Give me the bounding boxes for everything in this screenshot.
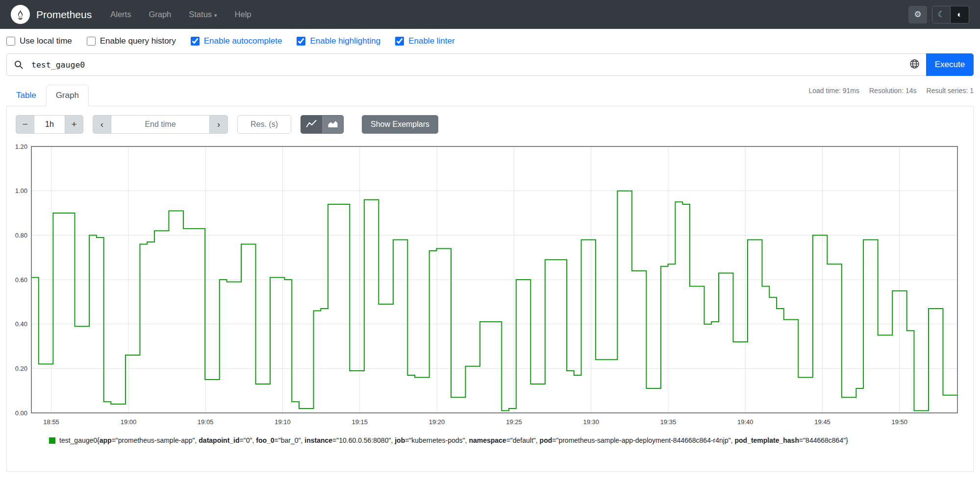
svg-text:0.60: 0.60	[15, 276, 27, 284]
option-label: Enable autocomplete	[204, 36, 282, 46]
theme-controls: ⚙ ☾ ◐	[908, 6, 969, 24]
option-label: Enable query history	[100, 36, 176, 46]
svg-text:19:05: 19:05	[198, 418, 214, 426]
end-time-input[interactable]	[111, 115, 209, 134]
option-checkbox[interactable]	[395, 37, 404, 46]
end-time-control-group: ‹ ›	[93, 115, 228, 134]
svg-text:19:35: 19:35	[660, 418, 677, 426]
svg-text:0.20: 0.20	[15, 365, 27, 372]
svg-text:0.80: 0.80	[15, 232, 27, 239]
range-decrease-button[interactable]: −	[16, 115, 34, 134]
tabs: Table Graph	[6, 85, 89, 106]
option-enable-query-history[interactable]: Enable query history	[87, 36, 176, 46]
option-label: Enable linter	[408, 36, 455, 46]
query-bar: Execute	[6, 53, 974, 76]
theme-auto-button[interactable]: ◐	[951, 6, 969, 24]
svg-text:0.40: 0.40	[15, 320, 27, 328]
time-back-button[interactable]: ‹	[93, 115, 111, 134]
brand[interactable]: Prometheus	[11, 5, 92, 24]
graph-controls: − + ‹ ›	[16, 115, 965, 134]
legend-item[interactable]: test_gauge0{app="prometheus-sample-app",…	[49, 436, 965, 444]
stacked-chart-toggle[interactable]	[322, 115, 344, 134]
option-label: Enable highlighting	[310, 36, 380, 46]
option-enable-linter[interactable]: Enable linter	[395, 36, 455, 46]
search-icon	[7, 60, 30, 70]
tab-graph[interactable]: Graph	[46, 85, 89, 106]
option-checkbox[interactable]	[6, 37, 15, 46]
nav-help[interactable]: Help	[235, 10, 251, 19]
nav-alerts[interactable]: Alerts	[110, 10, 131, 19]
chevron-down-icon: ▾	[214, 12, 217, 18]
range-control-group: − +	[16, 115, 83, 134]
moon-icon: ☾	[937, 9, 945, 20]
options-row: Use local time Enable query history Enab…	[0, 29, 980, 52]
resolution-stat: Resolution: 14s	[869, 87, 917, 106]
option-checkbox[interactable]	[191, 37, 200, 46]
svg-text:19:00: 19:00	[121, 418, 137, 426]
plus-icon: +	[71, 119, 76, 130]
option-use-local-time[interactable]: Use local time	[6, 36, 72, 46]
svg-text:0.00: 0.00	[15, 409, 27, 417]
series-swatch	[49, 437, 55, 444]
svg-text:1.00: 1.00	[15, 187, 27, 194]
resolution-input[interactable]	[237, 115, 291, 134]
globe-icon	[909, 59, 920, 71]
nav-graph[interactable]: Graph	[149, 10, 171, 19]
svg-text:18:55: 18:55	[43, 418, 59, 426]
legend: test_gauge0{app="prometheus-sample-app",…	[49, 436, 965, 444]
theme-auto-icon: ◐	[957, 10, 962, 20]
svg-text:19:40: 19:40	[737, 418, 754, 426]
gear-icon: ⚙	[914, 9, 921, 20]
chevron-left-icon: ‹	[101, 119, 103, 130]
time-forward-button[interactable]: ›	[209, 115, 228, 134]
minus-icon: −	[22, 119, 27, 130]
execute-button[interactable]: Execute	[926, 53, 974, 76]
graph-panel: − + ‹ ›	[6, 106, 974, 472]
chart-type-toggle-group	[301, 115, 344, 134]
range-increase-button[interactable]: +	[65, 115, 83, 134]
prometheus-logo-icon	[11, 5, 30, 24]
option-checkbox[interactable]	[297, 37, 305, 46]
query-input-group	[6, 53, 926, 76]
metrics-explorer-button[interactable]	[903, 54, 926, 75]
svg-text:19:25: 19:25	[506, 418, 522, 426]
svg-text:1.20: 1.20	[15, 144, 27, 150]
tab-table[interactable]: Table	[6, 85, 46, 106]
option-checkbox[interactable]	[87, 37, 96, 46]
svg-text:19:30: 19:30	[583, 418, 599, 426]
range-input[interactable]	[34, 115, 65, 134]
series-label-text: test_gauge0{app="prometheus-sample-app",…	[59, 436, 848, 444]
svg-text:19:10: 19:10	[275, 418, 291, 426]
chart-svg[interactable]: 0.000.200.400.600.801.001.2018:5519:0019…	[15, 144, 965, 430]
brand-title: Prometheus	[36, 9, 92, 21]
svg-text:19:45: 19:45	[814, 418, 830, 426]
show-exemplars-button[interactable]: Show Exemplars	[362, 115, 438, 134]
svg-text:19:20: 19:20	[429, 418, 445, 426]
load-time-stat: Load time: 91ms	[809, 87, 860, 106]
line-chart-icon	[306, 120, 317, 129]
svg-text:19:50: 19:50	[891, 418, 907, 426]
option-enable-autocomplete[interactable]: Enable autocomplete	[191, 36, 282, 46]
option-label: Use local time	[20, 36, 72, 46]
query-stats: Load time: 91ms Resolution: 14s Result s…	[809, 87, 974, 106]
line-chart-toggle[interactable]	[301, 115, 322, 134]
chevron-right-icon: ›	[217, 119, 220, 130]
tab-bar: Table Graph Load time: 91ms Resolution: …	[6, 85, 974, 106]
option-enable-highlighting[interactable]: Enable highlighting	[297, 36, 380, 46]
result-series-stat: Result series: 1	[927, 87, 974, 106]
svg-text:19:15: 19:15	[352, 418, 368, 426]
nav-status-dropdown[interactable]: Status▾	[189, 10, 217, 19]
stacked-chart-icon	[327, 120, 338, 129]
theme-dark-button[interactable]: ☾	[932, 6, 951, 24]
nav-links: Alerts Graph Status▾ Help	[110, 10, 251, 19]
navbar: Prometheus Alerts Graph Status▾ Help ⚙ ☾…	[0, 0, 980, 29]
settings-button[interactable]: ⚙	[908, 6, 927, 24]
chart[interactable]: 0.000.200.400.600.801.001.2018:5519:0019…	[15, 144, 965, 430]
query-input[interactable]	[30, 60, 903, 70]
